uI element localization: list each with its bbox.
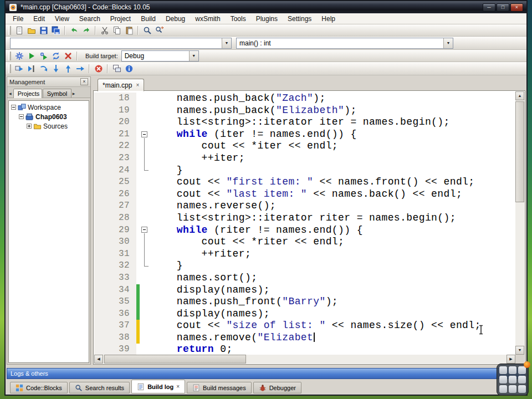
open-file-icon[interactable] (25, 24, 37, 36)
build-and-run-icon[interactable] (38, 50, 49, 62)
desktop-gadget[interactable] (497, 364, 529, 396)
next-instruction-icon[interactable] (74, 63, 86, 74)
stop-debugger-icon[interactable] (93, 63, 104, 74)
code-line-38[interactable]: 38 names.remove("Elizabet (94, 332, 515, 344)
rebuild-icon[interactable] (50, 50, 62, 62)
code-line-24[interactable]: 24 } (94, 165, 515, 177)
code-line-32[interactable]: 32 } (94, 260, 515, 272)
menu-item-project[interactable]: Project (105, 13, 136, 24)
scroll-left-icon[interactable]: ◀ (94, 355, 103, 364)
editor-vertical-scrollbar[interactable]: ▲ ▼ (515, 91, 524, 355)
code-line-19[interactable]: 19 names.push_back("Elizabeth"); (94, 105, 515, 117)
tree-item-sources[interactable]: Sources (9, 121, 89, 131)
code-line-28[interactable]: 28 list<string>::iterator riter = names.… (94, 212, 515, 224)
run-icon[interactable] (25, 50, 37, 62)
copy-icon[interactable] (111, 24, 122, 36)
find-icon[interactable] (141, 24, 153, 36)
cut-icon[interactable] (99, 24, 110, 36)
code-line-35[interactable]: 35 names.push_front("Barry"); (94, 296, 515, 308)
title-bar[interactable]: *main.cpp [Chap0603] - Code::Blocks 10.0… (6, 1, 526, 13)
code-line-22[interactable]: 22 cout << *iter << endl; (94, 140, 515, 152)
logs-tab-code-blocks[interactable]: Code::Blocks (10, 382, 68, 393)
redo-icon[interactable] (80, 24, 92, 36)
toolbar-grip[interactable] (8, 64, 11, 73)
management-tab-projects[interactable]: Projects (13, 89, 42, 98)
logs-tab-search-results[interactable]: Search results (69, 382, 130, 393)
abort-icon[interactable] (62, 50, 74, 62)
menu-item-build[interactable]: Build (136, 13, 161, 24)
menu-item-view[interactable]: View (50, 13, 74, 24)
expand-icon[interactable] (27, 124, 32, 129)
code-line-30[interactable]: 30 cout << *riter << endl; (94, 236, 515, 248)
editor-tab-main-cpp[interactable]: *main.cpp × (98, 79, 144, 91)
step-into-icon[interactable] (50, 63, 62, 74)
replace-icon[interactable] (154, 24, 165, 36)
toolbar-grip[interactable] (8, 26, 11, 35)
code-line-20[interactable]: 20 list<string>::iterator iter = names.b… (94, 116, 515, 129)
undo-icon[interactable] (68, 24, 80, 36)
logs-tab-close-icon[interactable]: × (176, 383, 180, 390)
horizontal-scrollbar-thumb[interactable] (104, 355, 246, 364)
code-line-21[interactable]: 21 while (iter != names.end()) { (94, 129, 515, 141)
symbol-combo[interactable]: main() : int ▼ (236, 38, 453, 49)
build-target-combo[interactable]: Debug ▼ (121, 50, 199, 62)
tree-item-chap0603[interactable]: Chap0603 (9, 112, 89, 121)
run-to-cursor-icon[interactable] (25, 63, 37, 74)
menu-item-plugins[interactable]: Plugins (251, 13, 283, 24)
various-info-icon[interactable] (123, 63, 135, 74)
management-tab-symbol[interactable]: Symbol (43, 89, 71, 98)
code-line-31[interactable]: 31 ++riter; (94, 248, 515, 260)
paste-icon[interactable] (123, 24, 135, 36)
logs-tab-build-messages[interactable]: Build messages (187, 382, 252, 393)
step-out-icon[interactable] (62, 63, 74, 74)
logs-tab-build-log[interactable]: Build log× (131, 380, 185, 393)
logs-panel-header[interactable]: Logs & others × (7, 368, 525, 379)
menu-item-tools[interactable]: Tools (226, 13, 251, 24)
code-completion-scope-combo[interactable]: ▼ (10, 38, 232, 49)
debug-continue-icon[interactable] (13, 63, 25, 74)
code-line-26[interactable]: 26 cout << "last item: " << names.back()… (94, 188, 515, 201)
next-line-icon[interactable] (38, 63, 49, 74)
code-line-33[interactable]: 33 names.sort(); (94, 272, 515, 284)
code-line-34[interactable]: 34 display(names); (94, 284, 515, 296)
logs-tab-debugger[interactable]: Debugger (253, 382, 301, 393)
editor-tab-close-icon[interactable]: × (136, 83, 139, 88)
code-line-25[interactable]: 25 cout << "first item: " << names.front… (94, 176, 515, 188)
code-line-37[interactable]: 37 cout << "size of list: " << names.siz… (94, 320, 515, 332)
vertical-scrollbar-thumb[interactable] (515, 101, 524, 202)
code-line-23[interactable]: 23 ++iter; (94, 152, 515, 165)
minimize-button[interactable]: ─ (483, 3, 495, 12)
toolbar-grip[interactable] (8, 52, 11, 60)
collapse-icon[interactable] (11, 105, 16, 110)
management-close-icon[interactable]: × (80, 78, 88, 85)
menu-item-search[interactable]: Search (74, 13, 105, 24)
editor-horizontal-scrollbar[interactable]: ◀ ▶ (94, 355, 515, 364)
tree-item-workspace[interactable]: Workspace (9, 103, 89, 112)
close-button[interactable]: × (510, 3, 523, 12)
new-file-icon[interactable] (13, 24, 25, 36)
code-lines[interactable]: 18 names.push_back("Zach");19 names.push… (94, 91, 515, 355)
menu-item-settings[interactable]: Settings (283, 13, 316, 24)
code-line-39[interactable]: 39 return 0; (94, 344, 515, 355)
scroll-up-icon[interactable]: ▲ (515, 91, 524, 100)
tab-scroll-left-icon[interactable]: ◀ (8, 91, 13, 98)
tab-scroll-right-icon[interactable]: ▶ (72, 91, 76, 98)
scroll-right-icon[interactable]: ▶ (507, 355, 515, 364)
code-line-29[interactable]: 29 while (riter != names.end()) { (94, 224, 515, 237)
build-icon[interactable] (13, 50, 25, 62)
fold-collapse-icon[interactable] (140, 224, 150, 237)
menu-item-debug[interactable]: Debug (161, 13, 190, 24)
debugging-windows-icon[interactable] (111, 63, 122, 74)
dropdown-arrow-icon[interactable]: ▼ (222, 38, 231, 48)
code-line-36[interactable]: 36 display(names); (94, 308, 515, 320)
code-line-27[interactable]: 27 names.reverse(); (94, 200, 515, 212)
code-line-18[interactable]: 18 names.push_back("Zach"); (94, 93, 515, 105)
scroll-down-icon[interactable]: ▼ (515, 346, 524, 355)
menu-item-edit[interactable]: Edit (28, 13, 50, 24)
dropdown-arrow-icon[interactable]: ▼ (189, 51, 198, 61)
fold-collapse-icon[interactable] (140, 129, 150, 141)
menu-item-wxsmith[interactable]: wxSmith (190, 13, 225, 24)
save-icon[interactable] (38, 24, 49, 36)
maximize-button[interactable]: □ (497, 3, 509, 12)
collapse-icon[interactable] (19, 114, 24, 119)
